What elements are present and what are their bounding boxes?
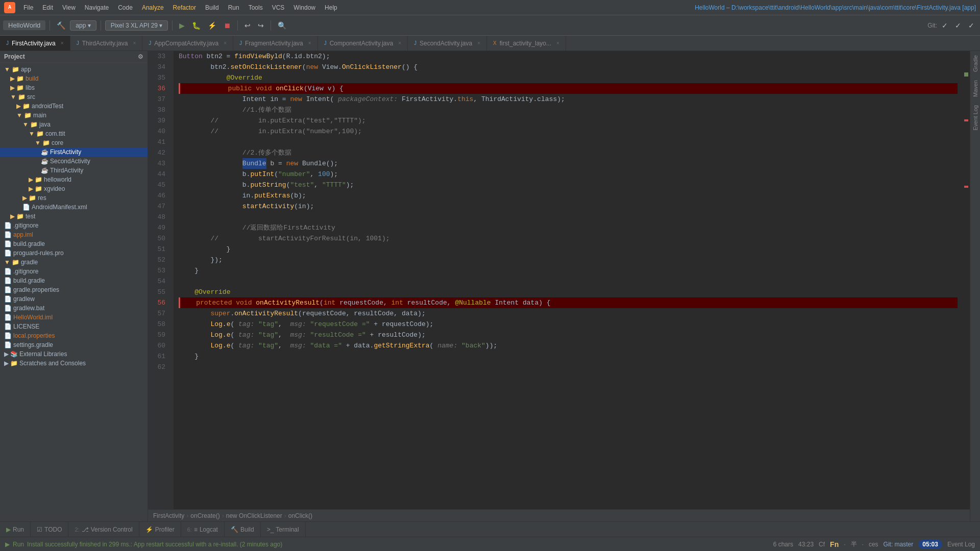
project-selector[interactable]: HelloWorld [3,20,45,30]
tab-build[interactable]: 🔨 Build [225,522,261,537]
tree-item-gitignore-app[interactable]: 📄 .gitignore [0,221,148,230]
tree-item-helloworld-iml[interactable]: 📄 HelloWorld.iml [0,313,148,322]
tree-item-gradle-properties[interactable]: 📄 gradle.properties [0,285,148,294]
tab-layout[interactable]: X first_activity_layo... × [487,36,566,51]
tab-firstactivity[interactable]: J FirstActivity.java × [0,36,70,51]
tree-item-thirdactivity[interactable]: ☕ ThirdActivity [0,166,148,175]
tree-item-manifest[interactable]: 📄 AndroidManifest.xml [0,203,148,212]
tab-fragmentactivity[interactable]: J FragmentActivity.java × [233,36,318,51]
run-label: Run [13,541,24,548]
menu-navigate[interactable]: Navigate [81,3,113,12]
git-update-button[interactable]: ✓ [939,20,950,31]
tree-item-xgvideo[interactable]: ▶ 📁 xgvideo [0,184,148,193]
menu-build[interactable]: Build [201,3,223,12]
tab-close-firstactivity[interactable]: × [61,40,64,46]
run-config-selector[interactable]: app ▾ [70,20,96,31]
tree-item-main[interactable]: ▼ 📁 main [0,111,148,120]
menu-vcs[interactable]: VCS [268,3,289,12]
tree-item-scratches[interactable]: ▶ 📁 Scratches and Consoles [0,359,148,368]
tree-item-comttit[interactable]: ▼ 📁 com.ttit [0,129,148,138]
event-log-tab[interactable]: Event Log [971,101,979,135]
run-button[interactable]: ▶ [177,20,187,31]
tree-item-gitignore2[interactable]: 📄 .gitignore [0,267,148,276]
tree-item-license[interactable]: 📄 LICENSE [0,322,148,331]
menu-view[interactable]: View [58,3,80,12]
folder-icon-test: ▶ [10,213,15,220]
tree-label-build: build [26,75,38,82]
tab-terminal[interactable]: >_ Terminal [261,522,306,537]
menu-help[interactable]: Help [321,3,341,12]
tree-item-app-iml[interactable]: 📄 app.iml [0,230,148,239]
menu-run[interactable]: Run [224,3,243,12]
tab-close-fragmentactivity[interactable]: × [308,40,311,46]
breadcrumb-onclick[interactable]: onClick() [288,512,312,519]
build-button[interactable]: 🔨 [54,20,68,31]
git-commit-button[interactable]: ✓ [952,20,964,31]
tab-appcompat[interactable]: J AppCompatActivity.java × [142,36,233,51]
fn-label[interactable]: Fn [830,540,839,548]
tree-item-secondactivity[interactable]: ☕ SecondActivity [0,157,148,166]
tree-item-test[interactable]: ▶ 📁 test [0,212,148,221]
breadcrumb-oncreate[interactable]: onCreate() [190,512,219,519]
menu-code[interactable]: Code [114,3,137,12]
tab-run[interactable]: ▶ Run [0,522,31,537]
tab-close-layout[interactable]: × [556,40,559,46]
tree-item-build-gradle[interactable]: 📄 build.gradle [0,239,148,248]
tree-item-firstactivity[interactable]: ☕ FirstActivity [0,147,148,157]
menu-analyze[interactable]: Analyze [138,3,168,12]
git-push-button[interactable]: ✓ [966,20,977,31]
menu-file[interactable]: File [19,3,37,12]
tab-close-thirdactivity[interactable]: × [133,40,136,46]
debug-button[interactable]: 🐛 [189,20,203,31]
tree-item-androidtest[interactable]: ▶ 📁 androidTest [0,102,148,111]
gradle-tab[interactable]: Gradle [971,51,979,76]
tree-item-helloworld[interactable]: ▶ 📁 helloworld [0,175,148,184]
tree-item-external-libraries[interactable]: ▶ 📚 External Libraries [0,349,148,359]
menu-refactor[interactable]: Refactor [169,3,200,12]
tab-logcat[interactable]: 6: ≡ Logcat [181,522,225,537]
tab-secondactivity[interactable]: J SecondActivity.java × [408,36,487,51]
tree-item-settings-gradle[interactable]: 📄 settings.gradle [0,340,148,349]
menu-window[interactable]: Window [289,3,320,12]
tree-item-local-properties[interactable]: 📄 local.properties [0,331,148,340]
tree-item-gradle-folder[interactable]: ▼ 📁 gradle [0,258,148,267]
tree-item-java[interactable]: ▼ 📁 java [0,120,148,129]
tree-item-build[interactable]: ▶ 📁 build [0,74,148,83]
run-with-coverage[interactable]: ⚡ [205,20,219,31]
tree-item-proguard[interactable]: 📄 proguard-rules.pro [0,248,148,258]
breadcrumb-onclicklistener[interactable]: new OnClickListener [226,512,282,519]
stop-button[interactable]: ⏹ [221,20,233,31]
undo-button[interactable]: ↩ [242,20,253,31]
tree-item-src[interactable]: ▼ 📁 src [0,92,148,102]
tree-item-res[interactable]: ▶ 📁 res [0,193,148,203]
ime-label[interactable]: 半 [851,540,857,548]
git-icon-gitignore: 📄 [4,222,12,229]
search-everywhere-button[interactable]: 🔍 [275,20,289,31]
code-line-46: in.putExtras(b); [179,190,958,201]
license-icon: 📄 [4,323,12,330]
breadcrumb-firstactivity[interactable]: FirstActivity [153,512,184,519]
menu-edit[interactable]: Edit [38,3,57,12]
tab-version-control[interactable]: 2: ⎇ Version Control [68,522,139,537]
sidebar-gear-icon[interactable]: ⚙ [138,53,143,60]
tab-close-componentactivity[interactable]: × [398,40,401,46]
redo-button[interactable]: ↪ [255,20,266,31]
tab-close-secondactivity[interactable]: × [477,40,480,46]
tab-todo[interactable]: ☑ TODO [31,522,68,537]
tree-item-libs[interactable]: ▶ 📁 libs [0,83,148,92]
tree-label-androidtest: androidTest [32,103,63,110]
tree-item-gradlew-bat[interactable]: 📄 gradlew.bat [0,304,148,313]
tab-profiler[interactable]: ⚡ Profiler [139,522,181,537]
tab-thirdactivity[interactable]: J ThirdActivity.java × [70,36,143,51]
tree-item-app[interactable]: ▼ 📁 app [0,65,148,74]
menu-tools[interactable]: Tools [244,3,267,12]
event-log-status[interactable]: Event Log [947,541,975,548]
tree-item-root-build-gradle[interactable]: 📄 build.gradle [0,276,148,285]
tab-componentactivity[interactable]: J ComponentActivity.java × [318,36,408,51]
tree-item-core[interactable]: ▼ 📁 core [0,138,148,147]
device-selector[interactable]: Pixel 3 XL API 29 ▾ [105,20,168,31]
tree-item-gradlew[interactable]: 📄 gradlew [0,294,148,304]
code-editor[interactable]: Button btn2 = findViewByld(R.id.btn2); b… [174,51,963,509]
maven-tab[interactable]: Maven [971,76,979,101]
tab-close-appcompat[interactable]: × [224,40,227,46]
